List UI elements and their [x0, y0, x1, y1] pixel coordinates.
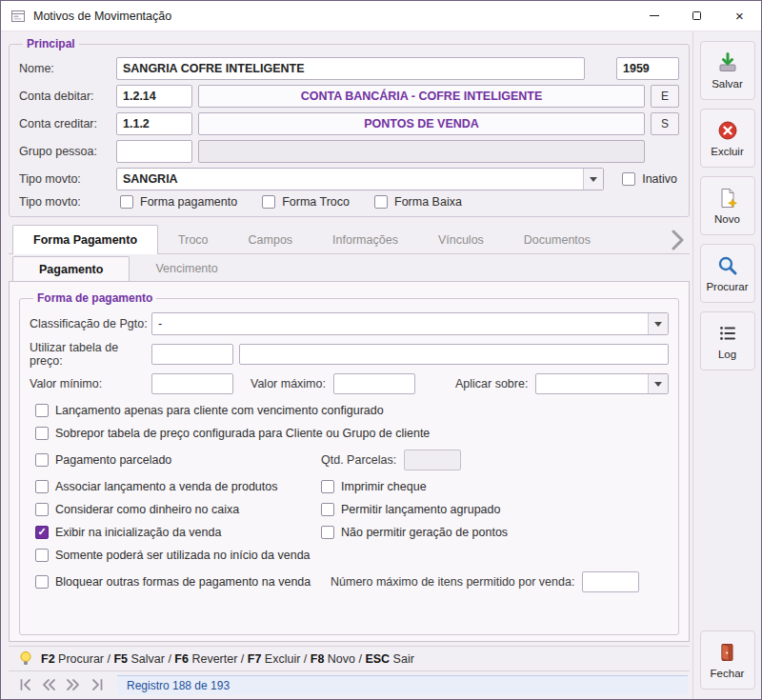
chevron-right-icon: [671, 230, 684, 250]
num-max-itens-input[interactable]: [582, 571, 639, 592]
subtab-pagamento[interactable]: Pagamento: [12, 256, 130, 281]
fechar-button[interactable]: Fechar: [700, 630, 755, 690]
shortcut-hints: F2 Procurar / F5 Salvar / F6 Reverter / …: [41, 652, 414, 666]
checkbox[interactable]: [35, 549, 49, 562]
tipo-movto-combobox[interactable]: SANGRIA: [116, 168, 604, 190]
sub-tab-bar: Pagamento Vencimento: [9, 256, 690, 281]
tab-campos[interactable]: Campos: [229, 228, 313, 253]
qtd-parcelas-input[interactable]: [404, 450, 461, 470]
excluir-label: Excluir: [711, 146, 744, 157]
tab-troco[interactable]: Troco: [158, 228, 229, 253]
action-sidebar: Salvar Excluir Novo: [692, 31, 761, 699]
minimize-button[interactable]: [632, 1, 675, 30]
conta-creditar-s-button[interactable]: S: [651, 112, 679, 135]
checkbox-label: Lançamento apenas para cliente com venci…: [55, 404, 384, 417]
opt-lancamento-cliente-vencimento[interactable]: Lançamento apenas para cliente com venci…: [35, 404, 384, 417]
tab-documentos[interactable]: Documentos: [504, 228, 611, 253]
status-bar: F2 Procurar / F5 Salvar / F6 Reverter / …: [9, 646, 690, 670]
opt-permitir-lancamento-agrupado[interactable]: Permitir lançamento agrupado: [321, 503, 500, 516]
log-list-icon: [716, 322, 739, 345]
tabela-preco-row: Utilizar tabela de preço:: [30, 341, 669, 368]
checkbox[interactable]: [321, 503, 334, 516]
record-navigator: Registro 188 de 193: [9, 670, 690, 699]
conta-debitar-e-button[interactable]: E: [651, 85, 679, 108]
last-record-button[interactable]: [86, 675, 108, 695]
nome-input[interactable]: [116, 57, 585, 80]
opt-bloquear-outras-formas[interactable]: Bloquear outras formas de pagamento na v…: [35, 575, 321, 589]
forma-pagamento-option[interactable]: Forma pagamento: [120, 195, 237, 209]
checkbox-label: Sobrepor tabela de preço configurada par…: [55, 427, 430, 440]
log-button[interactable]: Log: [700, 311, 755, 370]
opt-imprimir-cheque[interactable]: Imprimir cheque: [321, 480, 427, 493]
conta-creditar-code-input[interactable]: [116, 112, 192, 135]
tab-vinculos[interactable]: Vínculos: [418, 228, 504, 253]
record-counter: Registro 188 de 193: [117, 675, 688, 695]
checkbox[interactable]: [35, 503, 49, 516]
close-icon: ×: [735, 9, 744, 23]
checkbox[interactable]: [35, 427, 49, 440]
valor-minimo-input[interactable]: [151, 373, 233, 394]
forma-baixa-option[interactable]: Forma Baixa: [374, 195, 462, 209]
grupo-pessoa-name: [198, 140, 645, 163]
checkbox[interactable]: [35, 480, 49, 493]
principal-legend: Principal: [23, 37, 79, 50]
previous-record-button[interactable]: [38, 675, 60, 695]
inativo-checkbox[interactable]: [622, 172, 635, 186]
checkbox[interactable]: [321, 480, 334, 493]
classificacao-combobox[interactable]: -: [151, 312, 669, 335]
exit-door-icon: [716, 641, 739, 664]
tipo-movto-dropdown-button[interactable]: [583, 169, 603, 190]
tabela-preco-name-input[interactable]: [239, 344, 669, 365]
opt-associar-lancamento-venda[interactable]: Associar lançamento a venda de produtos: [35, 480, 321, 493]
codigo-input[interactable]: [616, 57, 679, 80]
valor-maximo-input[interactable]: [333, 373, 415, 394]
excluir-button[interactable]: Excluir: [700, 109, 755, 168]
forma-pagamento-checkbox[interactable]: [120, 195, 133, 209]
maximize-button[interactable]: [675, 1, 718, 30]
novo-button[interactable]: Novo: [700, 176, 755, 235]
procurar-button[interactable]: Procurar: [700, 244, 755, 303]
salvar-button[interactable]: Salvar: [700, 41, 755, 100]
inativo-label: Inativo: [642, 172, 677, 186]
delete-icon: [716, 119, 739, 142]
lightbulb-icon: [18, 650, 33, 667]
tabela-preco-code-input[interactable]: [151, 344, 233, 365]
tipo-movto-label: Tipo movto:: [19, 172, 110, 186]
opt-considerar-dinheiro-caixa[interactable]: Considerar como dinheiro no caixa: [35, 503, 321, 516]
opt-nao-permitir-geracao-pontos[interactable]: Não permitir geração de pontos: [321, 526, 508, 539]
tab-scroll-right-button[interactable]: [665, 227, 690, 253]
tab-informacoes[interactable]: Informações: [312, 228, 418, 253]
option-row-1: Lançamento apenas para cliente com venci…: [30, 404, 669, 417]
checkbox[interactable]: [35, 453, 49, 467]
subtab-vencimento[interactable]: Vencimento: [130, 256, 243, 281]
next-record-button[interactable]: [62, 675, 84, 695]
inativo-option[interactable]: Inativo: [622, 172, 677, 186]
opt-somente-inicio-venda[interactable]: Somente poderá ser utilizada no início d…: [35, 549, 311, 562]
maximize-icon: [692, 11, 701, 20]
opt-pagamento-parcelado[interactable]: Pagamento parcelado: [35, 453, 321, 467]
nome-row: Nome:: [19, 57, 679, 80]
tipo-movto-flags-row: Tipo movto: Forma pagamento Forma Troco …: [19, 195, 679, 209]
forma-troco-checkbox[interactable]: [262, 195, 275, 209]
aplicar-sobre-combobox[interactable]: [535, 373, 669, 394]
conta-creditar-label: Conta creditar:: [19, 117, 110, 130]
grupo-pessoa-row: Grupo pessoa:: [19, 140, 679, 163]
checkbox[interactable]: [35, 575, 49, 589]
forma-troco-option[interactable]: Forma Troco: [262, 195, 350, 209]
opt-exibir-inicializacao-venda[interactable]: Exibir na inicialização da venda: [35, 526, 321, 539]
first-record-button[interactable]: [14, 675, 36, 695]
option-row-5: Considerar como dinheiro no caixa Permit…: [30, 503, 669, 516]
forma-baixa-checkbox[interactable]: [374, 195, 388, 209]
close-button[interactable]: ×: [718, 1, 761, 30]
conta-debitar-code-input[interactable]: [116, 85, 192, 108]
checkbox[interactable]: [321, 526, 334, 539]
tab-forma-pagamento[interactable]: Forma Pagamento: [12, 225, 158, 254]
classificacao-dropdown-button[interactable]: [648, 313, 668, 334]
checkbox[interactable]: [35, 404, 49, 417]
opt-sobrepor-tabela-preco[interactable]: Sobrepor tabela de preço configurada par…: [35, 427, 430, 440]
checkbox[interactable]: [35, 526, 49, 539]
grupo-pessoa-code-input[interactable]: [116, 140, 192, 163]
forma-pagamento-group: Forma de pagamento Classificação de Pgto…: [19, 291, 679, 635]
aplicar-sobre-dropdown-button[interactable]: [648, 374, 668, 393]
conta-debitar-label: Conta debitar:: [19, 90, 110, 103]
